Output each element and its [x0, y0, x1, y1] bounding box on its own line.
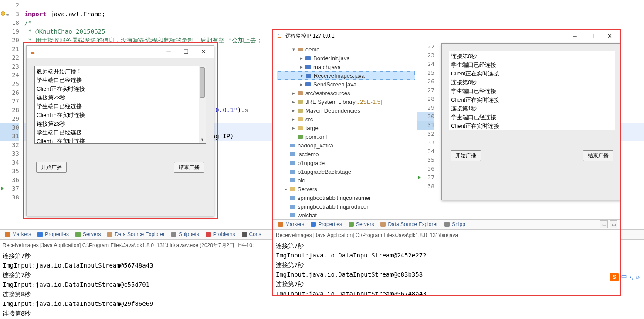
- fld-icon: [289, 185, 296, 192]
- tab-markers[interactable]: Markers: [4, 231, 31, 237]
- tab-icon: [444, 221, 450, 227]
- log-line: Client正在实时连接: [451, 69, 613, 78]
- tree-label: Servers: [298, 186, 317, 192]
- svg-rect-11: [305, 82, 311, 86]
- tab-label: Markers: [285, 221, 304, 227]
- tree-toggle-icon[interactable]: ▸: [298, 82, 305, 87]
- ime-toolbar[interactable]: S 中 •, ☺: [610, 273, 641, 281]
- prj-icon: [289, 212, 296, 219]
- tree-toggle-icon[interactable]: ▸: [298, 55, 305, 61]
- tree-item[interactable]: ▸Servers: [277, 185, 415, 193]
- tree-toggle-icon[interactable]: ▸: [298, 64, 305, 70]
- tree-item[interactable]: springbootrabbitmqconsumer: [277, 193, 415, 202]
- tab-properties[interactable]: Properties: [310, 221, 342, 227]
- tab-snippets[interactable]: Snippets: [171, 231, 199, 237]
- svg-rect-30: [380, 222, 386, 227]
- log-line: 学生端口已经连接: [451, 87, 613, 96]
- tab-label: Properties: [318, 221, 342, 227]
- maximize-button[interactable]: ☐: [583, 31, 601, 41]
- tree-item[interactable]: ▸ReceiveImages.java: [277, 71, 415, 80]
- console-line: 连接第7秒: [276, 260, 617, 270]
- tab-servers[interactable]: Servers: [348, 221, 374, 227]
- console-tool-button[interactable]: ▭: [610, 220, 617, 228]
- tab-cons[interactable]: Cons: [241, 231, 261, 237]
- svg-rect-2: [75, 232, 81, 237]
- tree-item[interactable]: ▸src: [277, 115, 415, 123]
- tree-item[interactable]: ▸match.java: [277, 62, 415, 71]
- tree-label: lscdemo: [298, 151, 319, 158]
- xml-icon: [297, 133, 304, 140]
- tree-item[interactable]: ▸JRE System Library [J2SE-1.5]: [277, 97, 415, 106]
- svg-rect-29: [349, 222, 354, 227]
- console-tool-button[interactable]: ▭: [600, 220, 608, 228]
- remote-window-titlebar[interactable]: 远程监控IP:127.0.0.1 ─ ☐ ✕: [273, 30, 620, 42]
- java-cup-icon: [276, 33, 283, 40]
- tab-icon: [171, 231, 177, 237]
- svg-rect-15: [298, 117, 303, 121]
- tab-servers[interactable]: Servers: [75, 231, 101, 237]
- svg-rect-14: [298, 109, 303, 113]
- tree-item[interactable]: lscdemo: [277, 150, 415, 158]
- close-button[interactable]: ✕: [601, 31, 618, 41]
- svg-rect-7: [298, 48, 303, 51]
- tree-item[interactable]: ▸SendScreen.java: [277, 80, 415, 89]
- tab-label: Properties: [45, 231, 69, 237]
- tab-snipp[interactable]: Snipp: [444, 221, 465, 227]
- tree-toggle-icon[interactable]: ▸: [291, 99, 297, 105]
- tree-item[interactable]: ▸Maven Dependencies: [277, 106, 415, 115]
- prj-icon: [289, 177, 296, 184]
- fld-icon: [297, 116, 304, 123]
- ime-extra-icons[interactable]: •, ☺: [630, 274, 641, 281]
- tree-item[interactable]: springbootrabbitmqproducer: [277, 202, 415, 211]
- bottom-tabs-bar[interactable]: ▭ ▭ MarkersPropertiesServersData Source …: [273, 219, 620, 230]
- svg-rect-4: [171, 232, 176, 237]
- tree-toggle-icon[interactable]: ▸: [291, 125, 297, 131]
- tree-toggle-icon[interactable]: ▸: [291, 108, 297, 113]
- tab-icon: [310, 221, 316, 227]
- java-icon: [305, 81, 312, 88]
- tree-label: demo: [305, 46, 320, 53]
- tab-label: Data Source Explorer: [115, 231, 165, 237]
- tree-toggle-icon[interactable]: ▸: [291, 117, 297, 122]
- log-line: Client正在实时连接: [451, 122, 613, 130]
- svg-rect-26: [290, 213, 295, 217]
- tree-item[interactable]: ▸src/test/resources: [277, 89, 415, 97]
- svg-rect-20: [290, 161, 295, 165]
- svg-rect-21: [290, 170, 295, 174]
- java-app-panel-right: 连接第0秒学生端口已经连接Client正在实时连接连接第0秒学生端口已经连接Cl…: [441, 43, 620, 200]
- tab-markers[interactable]: Markers: [278, 221, 304, 227]
- log-textarea[interactable]: 连接第0秒学生端口已经连接Client正在实时连接连接第0秒学生端口已经连接Cl…: [449, 51, 615, 130]
- tree-item[interactable]: p1upgrade: [277, 158, 415, 167]
- tab-icon: [107, 231, 113, 237]
- start-broadcast-button[interactable]: 开始广播: [451, 150, 481, 161]
- tab-icon: [205, 231, 211, 237]
- tree-toggle-icon[interactable]: ▸: [299, 73, 305, 79]
- tree-item[interactable]: hadoop_kafka: [277, 141, 415, 150]
- tab-data-source-explorer[interactable]: Data Source Explorer: [107, 231, 165, 237]
- tab-problems[interactable]: Problems: [205, 231, 235, 237]
- tab-data-source-explorer[interactable]: Data Source Explorer: [380, 221, 438, 227]
- tree-item[interactable]: ▸BorderInit.java: [277, 54, 415, 62]
- tree-toggle-icon[interactable]: ▾: [291, 47, 297, 52]
- tree-toggle-icon[interactable]: ▸: [283, 186, 289, 192]
- log-line: 学生端口已经连接: [451, 113, 613, 122]
- stop-broadcast-button[interactable]: 结束广播: [583, 150, 613, 161]
- tree-toggle-icon[interactable]: ▸: [291, 90, 297, 96]
- prj-icon: [289, 142, 296, 149]
- fld-icon: [297, 124, 304, 131]
- tree-item[interactable]: pic: [277, 176, 415, 185]
- console-line: 连接第8秒: [3, 309, 641, 318]
- tree-item[interactable]: pom.xml: [277, 132, 415, 141]
- tree-item[interactable]: p1upgradeBackstage: [277, 167, 415, 176]
- tree-item[interactable]: ▾demo: [277, 45, 415, 54]
- tree-item[interactable]: ▸target: [277, 123, 415, 132]
- svg-rect-3: [107, 232, 112, 237]
- project-explorer[interactable]: ▾demo▸BorderInit.java▸match.java▸Receive…: [273, 42, 417, 219]
- svg-rect-23: [290, 187, 295, 191]
- ime-lang-indicator[interactable]: 中: [621, 273, 627, 281]
- minimize-button[interactable]: ─: [566, 31, 583, 41]
- tree-label: p1upgradeBackstage: [298, 168, 351, 175]
- prj-icon: [289, 203, 296, 210]
- tree-item[interactable]: weichat: [277, 211, 415, 219]
- tab-properties[interactable]: Properties: [37, 231, 69, 237]
